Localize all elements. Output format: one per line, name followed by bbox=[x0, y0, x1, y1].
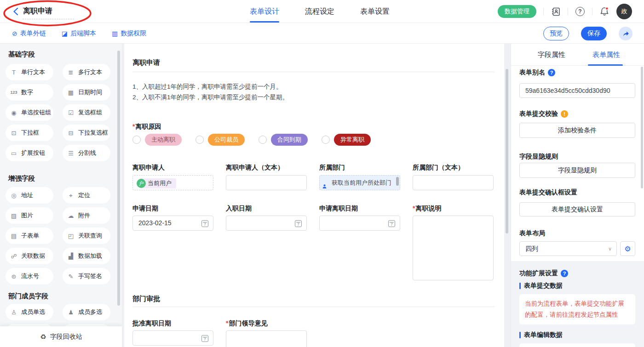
approve-date-input[interactable]: 7 bbox=[132, 330, 213, 346]
leader-opinion-textarea[interactable] bbox=[226, 330, 307, 347]
applicant-field[interactable]: 户 当前用户 bbox=[132, 175, 213, 190]
sidebar-item-member-multi[interactable]: ♟成员多选 bbox=[63, 304, 110, 320]
accent-bar bbox=[519, 283, 521, 289]
canvas-scrollbar[interactable] bbox=[506, 69, 508, 233]
sidebar-item-linked-data[interactable]: ☍关联数据 bbox=[6, 248, 53, 264]
sidebar-item-member-single[interactable]: ♙成员单选 bbox=[6, 304, 53, 320]
share-arrow-icon bbox=[622, 30, 629, 37]
radio-option[interactable]: 主动离职 bbox=[132, 134, 182, 146]
resign-date-input[interactable]: 7 bbox=[319, 216, 400, 231]
radio-circle[interactable] bbox=[132, 136, 141, 144]
sidebar-item-data-load[interactable]: ▟数据加载 bbox=[63, 248, 110, 264]
divider bbox=[568, 8, 568, 15]
option-tag[interactable]: 主动离职 bbox=[145, 134, 182, 146]
apply-date-value: 2023-02-15 bbox=[138, 219, 172, 227]
hire-date-input[interactable]: 7 bbox=[226, 216, 307, 231]
sidebar-item-multi-line-text[interactable]: ≣多行文本 bbox=[63, 64, 110, 80]
tab-flow-setting[interactable]: 流程设定 bbox=[305, 0, 334, 23]
form-title[interactable]: 离职申请 bbox=[132, 58, 160, 67]
field-label-apply-date: 申请日期 bbox=[132, 205, 158, 213]
form-description[interactable]: 1、入职超过1年的同学，离职申请需至少提前一个月。 2、入职不满1年的同学，离职… bbox=[132, 81, 288, 102]
backend-script-link[interactable]: ◪ 后端脚本 bbox=[62, 29, 96, 38]
resign-note-textarea[interactable] bbox=[413, 216, 494, 280]
form-layout-label: 表单布局 bbox=[519, 229, 545, 238]
share-button[interactable] bbox=[619, 27, 632, 40]
preview-button[interactable]: 预览 bbox=[543, 27, 569, 40]
field-palette-sidebar: 基础字段 T单行文本 ≣多行文本 123数字 ▦日期时间 ◉单选按钮组 ☑复选框… bbox=[0, 44, 122, 347]
sidebar-item-signature[interactable]: ✎手写签名 bbox=[63, 268, 110, 284]
back-button[interactable] bbox=[11, 6, 22, 17]
option-tag[interactable]: 异常离职 bbox=[334, 134, 371, 146]
contact-book-icon[interactable] bbox=[551, 6, 561, 17]
sidebar-item-location[interactable]: ⌖定位 bbox=[63, 187, 110, 204]
current-user-tag[interactable]: 户 当前用户 bbox=[137, 178, 176, 188]
user-avatar[interactable]: 政 bbox=[616, 4, 632, 19]
sidebar-item-linked-query[interactable]: ◰关联查询 bbox=[63, 228, 110, 244]
title-divider bbox=[132, 72, 495, 72]
sidebar-scrollbar[interactable] bbox=[117, 51, 120, 306]
help-badge-icon[interactable]: ? bbox=[548, 69, 555, 76]
tab-form-setting[interactable]: 表单设置 bbox=[360, 0, 390, 23]
sidebar-item-address[interactable]: ◎地址 bbox=[6, 187, 53, 204]
sidebar-item-subform[interactable]: ▤子表单 bbox=[6, 228, 53, 244]
option-tag[interactable]: 公司裁员 bbox=[208, 134, 245, 146]
required-mark: * bbox=[413, 205, 415, 212]
notification-bell-icon[interactable] bbox=[599, 6, 610, 17]
sidebar-item-extend-button[interactable]: ▭扩展按钮 bbox=[6, 145, 53, 161]
submit-data-subheading: 表单提交数据 bbox=[519, 282, 563, 290]
dept-text-input[interactable] bbox=[413, 175, 494, 190]
layout-select[interactable]: 四列 ∨ bbox=[519, 241, 617, 256]
option-tag[interactable]: 合同到期 bbox=[271, 134, 308, 146]
field-visibility-button[interactable]: 字段显隐规则 bbox=[519, 163, 635, 178]
sidebar-item-single-line-text[interactable]: T单行文本 bbox=[6, 64, 53, 80]
radio-circle[interactable] bbox=[322, 136, 330, 144]
data-permission-link[interactable]: ▥ 数据权限 bbox=[112, 29, 146, 38]
warning-badge-icon[interactable]: ! bbox=[561, 110, 568, 118]
submit-confirm-button[interactable]: 表单提交确认设置 bbox=[519, 202, 635, 216]
section-title-member-fields: 部门成员字段 bbox=[8, 292, 48, 301]
sidebar-item-datetime[interactable]: ▦日期时间 bbox=[63, 84, 110, 101]
radio-option[interactable]: 合同到期 bbox=[259, 134, 308, 146]
panel-scrollbar[interactable] bbox=[641, 67, 643, 188]
member-multi-icon: ♟ bbox=[67, 309, 75, 315]
radio-circle[interactable] bbox=[259, 136, 267, 144]
radio-circle[interactable] bbox=[196, 136, 204, 144]
layout-select-value: 四列 bbox=[525, 245, 538, 252]
apply-date-input[interactable]: 2023-02-15 7 bbox=[132, 216, 213, 231]
sidebar-item-radio-group[interactable]: ◉单选按钮组 bbox=[6, 104, 53, 121]
toolbar-buttons: 预览 保存 bbox=[543, 23, 632, 44]
radio-option[interactable]: 公司裁员 bbox=[196, 134, 245, 146]
save-button[interactable]: 保存 bbox=[581, 27, 607, 40]
form-external-link[interactable]: ⊘ 表单外链 bbox=[12, 29, 46, 38]
sidebar-item-dropdown[interactable]: ⊡下拉框 bbox=[6, 125, 53, 141]
tab-form-properties[interactable]: 表单属性 bbox=[592, 44, 620, 65]
help-badge-icon[interactable]: ? bbox=[561, 270, 568, 277]
member-fields-grid: ♙成员单选 ♟成员多选 bbox=[6, 304, 110, 320]
sidebar-item-attachment[interactable]: ☁附件 bbox=[63, 207, 110, 224]
calendar-icon: 7 bbox=[295, 220, 302, 227]
sidebar-item-checkbox-group[interactable]: ☑复选框组 bbox=[63, 104, 110, 121]
number-icon: 123 bbox=[10, 91, 18, 95]
help-icon[interactable]: ? bbox=[575, 6, 585, 17]
sidebar-item-image[interactable]: ▨图片 bbox=[6, 207, 53, 224]
applicant-text-input[interactable] bbox=[226, 175, 307, 190]
header-actions: 数据管理 ? 政 bbox=[498, 0, 632, 23]
sidebar-item-dropdown-multi[interactable]: ⊟下拉复选框 bbox=[63, 125, 110, 141]
dept-field[interactable]: 获取当前用户所处部门 bbox=[319, 175, 400, 190]
field-recycle-bin[interactable]: ♻ 字段回收站 bbox=[0, 326, 122, 347]
field-label-dept: 所属部门 bbox=[319, 164, 345, 172]
layout-settings-button[interactable]: ⚙ bbox=[620, 241, 635, 256]
section-title-dept-approval[interactable]: 部门审批 bbox=[132, 295, 160, 303]
add-validation-button[interactable]: 添加校验条件 bbox=[519, 123, 635, 138]
calendar-icon: 7 bbox=[388, 220, 395, 227]
sidebar-item-divider-line[interactable]: ☰分割线 bbox=[63, 145, 110, 161]
dept-field-scrollbar[interactable] bbox=[396, 177, 399, 186]
data-manage-button[interactable]: 数据管理 bbox=[498, 5, 536, 18]
tab-field-properties[interactable]: 字段属性 bbox=[538, 44, 565, 65]
tab-form-design[interactable]: 表单设计 bbox=[250, 0, 279, 23]
sidebar-item-serial-number[interactable]: ⊜流水号 bbox=[6, 268, 53, 284]
edit-data-subheading: 表单编辑数据 bbox=[519, 331, 563, 339]
form-alias-input[interactable]: 59a6163e34d5cc50cdd30d90 bbox=[519, 83, 635, 98]
sidebar-item-number[interactable]: 123数字 bbox=[6, 84, 53, 101]
radio-option[interactable]: 异常离职 bbox=[322, 134, 371, 146]
